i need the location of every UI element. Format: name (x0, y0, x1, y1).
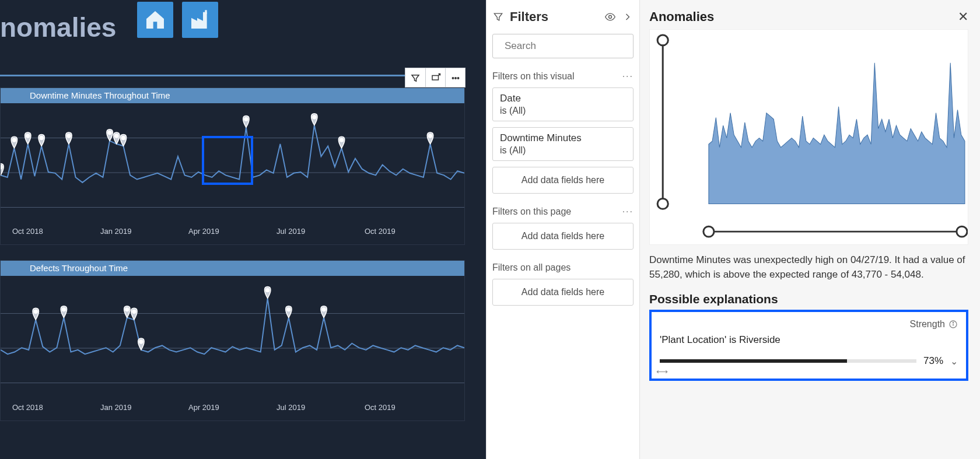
filters-on-all-label: Filters on all pages (492, 262, 634, 273)
svg-point-38 (704, 226, 714, 237)
explanation-text: 'Plant Location' is Riverside (660, 334, 958, 346)
svg-point-4 (457, 78, 459, 79)
filters-panel: Filters Filters on this visual ··· Date … (486, 0, 640, 459)
filter-value: is (All) (500, 106, 626, 116)
svg-point-2 (452, 78, 453, 79)
axis-label: Oct 2018 (12, 227, 100, 239)
visual-toolbar (405, 68, 466, 87)
section-menu[interactable]: ··· (622, 206, 634, 217)
anomalies-mini-chart[interactable] (649, 29, 968, 245)
filter-icon (492, 11, 504, 23)
svg-point-12 (67, 134, 71, 138)
svg-point-26 (132, 310, 136, 313)
axis-label: Jan 2019 (100, 403, 188, 415)
axis-label: Apr 2019 (188, 403, 276, 415)
filters-header: Filters (492, 9, 634, 24)
axis-label: Oct 2018 (12, 403, 100, 415)
axis-label: Jul 2019 (276, 403, 365, 415)
explanation-card[interactable]: Strength 'Plant Location' is Riverside 7… (649, 310, 968, 381)
close-button[interactable]: ✕ (958, 9, 968, 24)
svg-point-36 (657, 198, 668, 209)
svg-point-35 (657, 35, 668, 45)
factory-icon (188, 8, 212, 31)
svg-rect-0 (205, 10, 206, 14)
strength-bar (660, 359, 916, 363)
chart-title: Downtime Minutes Throughout Time (1, 88, 464, 103)
filter-value: is (All) (500, 145, 626, 156)
divider (0, 75, 465, 76)
axis-label: Oct 2019 (365, 227, 453, 239)
anomalies-panel: Anomalies ✕ Downtime Minutes was unexpec… (640, 0, 980, 459)
strength-percent: 73% (923, 355, 943, 367)
axis-label: Apr 2019 (188, 227, 276, 239)
axis-label: Jan 2019 (100, 227, 188, 239)
area-chart (650, 30, 968, 244)
visual-filter-button[interactable] (405, 68, 425, 88)
svg-point-16 (244, 117, 248, 121)
svg-point-30 (322, 308, 326, 311)
svg-point-24 (62, 308, 65, 311)
axis-label: Jul 2019 (276, 227, 365, 239)
chart-area[interactable]: Oct 2018 Jan 2019 Apr 2019 Jul 2019 Oct … (1, 103, 464, 244)
filters-on-visual-label: Filters on this visual ··· (492, 71, 634, 82)
filters-on-page-label: Filters on this page ··· (492, 206, 634, 217)
add-field-visual[interactable]: Add data fields here (492, 167, 634, 194)
anomaly-summary-text: Downtime Minutes was unexpectedly high o… (649, 253, 968, 282)
axis-label: Oct 2019 (365, 403, 453, 415)
report-canvas: nomalies Downtime Minutes Throughout Tim… (0, 0, 486, 459)
x-axis-labels: Oct 2018 Jan 2019 Apr 2019 Jul 2019 Oct … (1, 227, 464, 239)
page-title: nomalies (0, 12, 116, 43)
anomalies-header: Anomalies ✕ (649, 9, 968, 24)
add-field-all[interactable]: Add data fields here (492, 279, 634, 306)
svg-point-9 (12, 138, 16, 142)
section-text: Filters on this page (492, 206, 571, 217)
eye-icon[interactable] (604, 11, 616, 23)
anomalies-title: Anomalies (649, 9, 714, 24)
filter-name: Date (500, 93, 626, 104)
svg-point-23 (34, 310, 37, 313)
svg-point-18 (340, 138, 344, 142)
x-axis-labels: Oct 2018 Jan 2019 Apr 2019 Jul 2019 Oct … (1, 403, 464, 415)
possible-explanations-heading: Possible explanations (649, 292, 968, 306)
scrub-icon: ⟷ (656, 367, 668, 376)
ellipsis-icon (450, 73, 461, 83)
svg-point-14 (115, 134, 118, 138)
svg-point-31 (609, 16, 612, 19)
svg-point-13 (108, 131, 111, 135)
expand-icon[interactable]: ⌄ (950, 356, 958, 367)
svg-point-3 (454, 78, 456, 79)
svg-point-17 (313, 115, 316, 119)
defects-chart-card[interactable]: Defects Throughout Time Oct 201 (0, 260, 465, 421)
section-text: Filters on all pages (492, 262, 570, 273)
focus-icon (430, 73, 441, 83)
svg-point-28 (266, 288, 270, 292)
section-menu[interactable]: ··· (622, 71, 634, 82)
filters-title: Filters (510, 9, 598, 24)
collapse-icon[interactable] (622, 11, 634, 23)
svg-point-8 (1, 166, 2, 169)
downtime-chart-card[interactable]: Downtime Minutes Throughout Time (0, 87, 465, 245)
info-icon[interactable] (949, 320, 958, 329)
svg-point-25 (125, 308, 129, 311)
chart-area[interactable]: Oct 2018 Jan 2019 Apr 2019 Jul 2019 Oct … (1, 276, 464, 421)
more-options-button[interactable] (445, 68, 465, 88)
focus-mode-button[interactable] (425, 68, 445, 88)
nav-home-button[interactable] (137, 2, 173, 38)
svg-point-10 (26, 134, 30, 138)
filter-card-downtime[interactable]: Downtime Minutes is (All) (492, 127, 634, 161)
svg-point-39 (957, 226, 967, 237)
filters-search-input[interactable] (505, 40, 628, 52)
svg-point-19 (429, 134, 432, 138)
strength-label: Strength (910, 319, 945, 330)
line-chart (1, 276, 464, 421)
filter-icon (410, 73, 421, 83)
nav-factory-button[interactable] (182, 2, 218, 38)
svg-rect-1 (432, 76, 439, 80)
filter-card-date[interactable]: Date is (All) (492, 87, 634, 121)
svg-point-29 (287, 308, 290, 311)
add-field-page[interactable]: Add data fields here (492, 223, 634, 250)
filters-search[interactable] (492, 34, 634, 58)
svg-point-11 (40, 136, 43, 140)
home-icon (144, 8, 167, 31)
section-text: Filters on this visual (492, 71, 575, 82)
